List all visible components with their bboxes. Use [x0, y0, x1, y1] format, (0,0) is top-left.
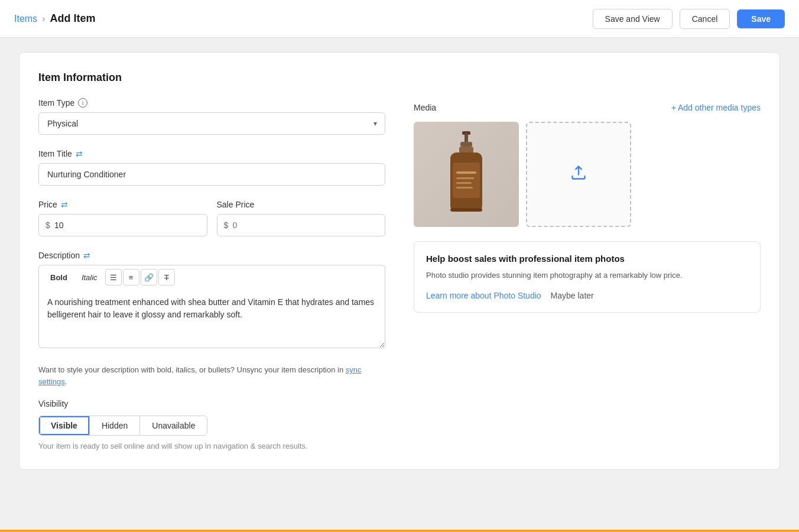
main-content: Item Information Item Type i Physical Di… — [0, 38, 799, 484]
link-button[interactable]: 🔗 — [141, 269, 157, 286]
item-type-group: Item Type i Physical Digital Service ▾ — [38, 98, 385, 135]
sale-price-field-group: Sale Price $ — [217, 200, 386, 236]
sync-icon-price[interactable]: ⇄ — [61, 200, 68, 209]
media-title: Media — [414, 103, 436, 112]
sync-hint: Want to style your description with bold… — [38, 364, 385, 387]
breadcrumb-separator: › — [42, 14, 45, 24]
item-type-label: Item Type i — [38, 98, 385, 108]
info-icon[interactable]: i — [78, 98, 87, 108]
price-label: Price ⇄ — [38, 200, 207, 209]
visibility-section: Visibility Visible Hidden Unavailable Yo… — [38, 399, 385, 450]
unordered-list-button[interactable]: ☰ — [105, 269, 122, 286]
svg-rect-6 — [456, 171, 476, 174]
visibility-unavailable-button[interactable]: Unavailable — [140, 416, 207, 435]
visibility-visible-button[interactable]: Visible — [39, 416, 90, 435]
photo-studio-card: Help boost sales with professional item … — [414, 241, 761, 313]
visibility-hidden-button[interactable]: Hidden — [90, 416, 140, 435]
svg-rect-7 — [456, 177, 474, 179]
sale-price-input[interactable] — [217, 214, 386, 236]
sale-price-symbol: $ — [224, 220, 229, 230]
price-fields: Price ⇄ $ Sale Price — [38, 200, 385, 236]
svg-rect-10 — [450, 208, 482, 212]
page-title: Add Item — [50, 12, 95, 25]
price-field-group: Price ⇄ $ — [38, 200, 207, 236]
sale-price-label-text: Sale Price — [217, 200, 255, 209]
ordered-list-button[interactable]: ≡ — [123, 269, 139, 286]
form-left: Item Type i Physical Digital Service ▾ — [38, 98, 385, 450]
sync-icon-title[interactable]: ⇄ — [76, 149, 83, 158]
breadcrumb-items-link[interactable]: Items — [14, 14, 37, 24]
content-card: Item Information Item Type i Physical Di… — [19, 52, 780, 470]
sale-price-input-wrapper: $ — [217, 214, 386, 236]
description-textarea[interactable]: A nourishing treatment enhanced with she… — [38, 289, 385, 348]
visibility-hint: Your item is ready to sell online and wi… — [38, 442, 385, 450]
description-label-row: Description ⇄ — [38, 251, 385, 260]
header: Items › Add Item Save and View Cancel Sa… — [0, 0, 799, 38]
item-title-group: Item Title ⇄ — [38, 149, 385, 186]
svg-rect-2 — [460, 142, 472, 147]
maybe-later-button[interactable]: Maybe later — [551, 291, 594, 300]
media-upload-box[interactable] — [526, 122, 631, 227]
save-and-view-button[interactable]: Save and View — [593, 9, 673, 29]
section-title: Item Information — [38, 72, 761, 84]
bottle-svg — [440, 130, 493, 219]
price-group: Price ⇄ $ Sale Price — [38, 200, 385, 236]
media-grid — [414, 122, 761, 227]
italic-button[interactable]: Italic — [75, 269, 104, 286]
bold-button[interactable]: Bold — [44, 269, 74, 286]
upload-icon — [570, 164, 587, 184]
form-right: Media + Add other media types — [414, 98, 761, 450]
item-type-select-wrapper: Physical Digital Service ▾ — [38, 112, 385, 135]
media-item-image[interactable] — [414, 122, 519, 227]
item-title-label-text: Item Title — [38, 149, 72, 158]
price-input[interactable] — [38, 214, 207, 236]
description-toolbar: Bold Italic ☰ ≡ 🔗 T̶ — [38, 265, 385, 289]
sync-icon-description[interactable]: ⇄ — [83, 251, 90, 260]
save-button[interactable]: Save — [737, 9, 785, 28]
item-type-label-text: Item Type — [38, 98, 74, 108]
learn-more-link[interactable]: Learn more about Photo Studio — [426, 291, 541, 300]
description-group: Description ⇄ Bold Italic ☰ ≡ 🔗 T̶ A nou… — [38, 251, 385, 350]
photo-studio-actions: Learn more about Photo Studio Maybe late… — [426, 291, 748, 300]
price-symbol: $ — [46, 220, 50, 230]
description-label-text: Description — [38, 251, 80, 260]
photo-studio-title: Help boost sales with professional item … — [426, 254, 748, 264]
cancel-button[interactable]: Cancel — [680, 9, 730, 29]
item-type-select[interactable]: Physical Digital Service — [38, 112, 385, 135]
visibility-buttons: Visible Hidden Unavailable — [38, 416, 207, 436]
sale-price-label: Sale Price — [217, 200, 386, 209]
header-actions: Save and View Cancel Save — [593, 9, 785, 29]
add-media-button[interactable]: + Add other media types — [671, 103, 761, 112]
media-header: Media + Add other media types — [414, 103, 761, 112]
breadcrumb: Items › Add Item — [14, 12, 95, 25]
price-label-text: Price — [38, 200, 57, 209]
product-image — [414, 122, 519, 227]
clear-format-button[interactable]: T̶ — [158, 269, 175, 286]
svg-rect-5 — [453, 163, 480, 198]
form-grid: Item Type i Physical Digital Service ▾ — [38, 98, 761, 450]
price-input-wrapper: $ — [38, 214, 207, 236]
visibility-label: Visibility — [38, 399, 385, 408]
photo-studio-description: Photo studio provides stunning item phot… — [426, 270, 748, 281]
svg-rect-8 — [456, 182, 472, 184]
sync-hint-text: Want to style your description with bold… — [38, 365, 346, 374]
item-title-label: Item Title ⇄ — [38, 149, 385, 158]
svg-rect-9 — [456, 187, 473, 189]
item-title-input[interactable] — [38, 163, 385, 186]
